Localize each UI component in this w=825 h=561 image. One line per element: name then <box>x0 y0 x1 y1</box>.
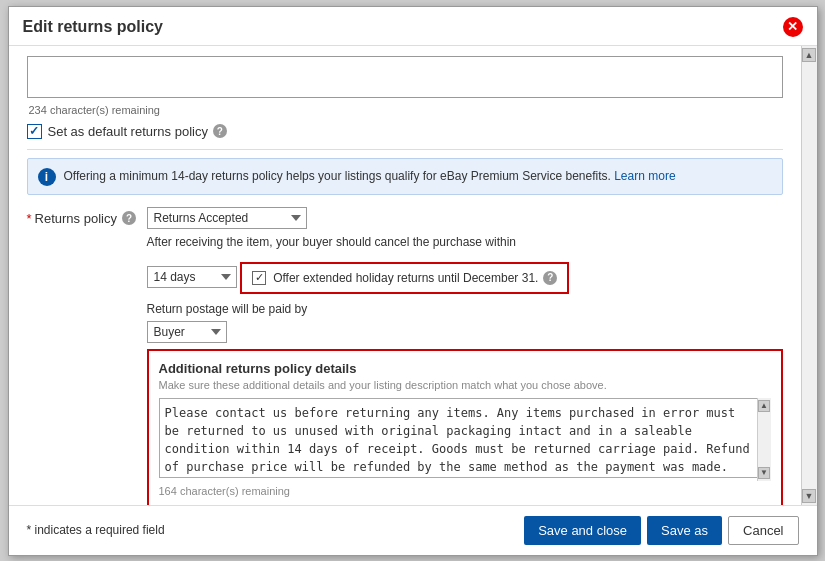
save-as-button[interactable]: Save as <box>647 516 722 545</box>
scroll-down-arrow[interactable]: ▼ <box>802 489 816 503</box>
scroll-track <box>802 62 817 489</box>
returns-policy-select[interactable]: Returns Accepted No Returns <box>147 207 307 229</box>
additional-details-subtitle: Make sure these additional details and y… <box>159 379 771 391</box>
return-postage-label: Return postage will be paid by <box>147 302 783 316</box>
info-text: Offering a minimum 14-day returns policy… <box>64 167 676 185</box>
chars-remaining-top: 234 character(s) remaining <box>29 104 783 116</box>
required-note: * indicates a required field <box>27 523 165 537</box>
close-button[interactable]: ✕ <box>783 17 803 37</box>
after-receiving-text: After receiving the item, your buyer sho… <box>147 235 783 249</box>
scroll-up-arrow[interactable]: ▲ <box>802 48 816 62</box>
additional-textarea-wrapper: ▲ ▼ <box>159 398 771 481</box>
info-banner: i Offering a minimum 14-day returns poli… <box>27 158 783 195</box>
edit-returns-policy-dialog: Edit returns policy ✕ 234 character(s) r… <box>8 6 818 556</box>
additional-details-textarea[interactable] <box>159 398 771 478</box>
days-select[interactable]: 14 days 30 days 60 days <box>147 266 237 288</box>
holiday-returns-help-icon[interactable]: ? <box>543 271 557 285</box>
save-and-close-button[interactable]: Save and close <box>524 516 641 545</box>
chars-remaining-additional: 164 character(s) remaining <box>159 485 771 497</box>
check-mark: ✓ <box>29 124 39 138</box>
default-policy-label: Set as default returns policy <box>48 124 208 139</box>
required-star: * <box>27 211 32 226</box>
return-postage-select-wrapper: Buyer Seller <box>147 321 227 343</box>
scroll-area: 234 character(s) remaining ✓ Set as defa… <box>9 46 801 505</box>
holiday-returns-checkbox[interactable]: ✓ <box>252 271 266 285</box>
cancel-button[interactable]: Cancel <box>728 516 798 545</box>
days-select-wrapper: 14 days 30 days 60 days <box>147 266 237 288</box>
footer-buttons: Save and close Save as Cancel <box>524 516 798 545</box>
holiday-returns-box: ✓ Offer extended holiday returns until D… <box>240 262 569 294</box>
learn-more-link[interactable]: Learn more <box>614 169 675 183</box>
additional-details-title: Additional returns policy details <box>159 361 771 376</box>
dialog-body: 234 character(s) remaining ✓ Set as defa… <box>9 46 817 505</box>
textarea-scroll-down[interactable]: ▼ <box>758 467 770 479</box>
divider-1 <box>27 149 783 150</box>
policy-name-textarea[interactable] <box>27 56 783 98</box>
returns-policy-field-content: Returns Accepted No Returns After receiv… <box>147 207 783 505</box>
returns-policy-row: * Returns policy ? Returns Accepted No R… <box>27 207 783 505</box>
holiday-returns-label: Offer extended holiday returns until Dec… <box>273 271 538 285</box>
dialog-title: Edit returns policy <box>23 18 163 36</box>
top-textarea-section: 234 character(s) remaining <box>27 56 783 116</box>
additional-details-box: Additional returns policy details Make s… <box>147 349 783 505</box>
returns-policy-label-text: Returns policy <box>35 211 117 226</box>
holiday-check-mark: ✓ <box>255 271 264 284</box>
info-icon: i <box>38 168 56 186</box>
textarea-scroll-up[interactable]: ▲ <box>758 400 770 412</box>
default-policy-checkbox[interactable]: ✓ <box>27 124 42 139</box>
textarea-scrollbar: ▲ ▼ <box>757 398 771 481</box>
returns-policy-label-container: * Returns policy ? <box>27 207 147 226</box>
dialog-scrollbar: ▲ ▼ <box>801 46 817 505</box>
default-policy-row: ✓ Set as default returns policy ? <box>27 124 783 139</box>
return-postage-select[interactable]: Buyer Seller <box>147 321 227 343</box>
returns-policy-help-icon[interactable]: ? <box>122 211 136 225</box>
default-policy-help-icon[interactable]: ? <box>213 124 227 138</box>
returns-policy-select-wrapper: Returns Accepted No Returns <box>147 207 307 229</box>
dialog-footer: * indicates a required field Save and cl… <box>9 505 817 555</box>
dialog-title-bar: Edit returns policy ✕ <box>9 7 817 46</box>
